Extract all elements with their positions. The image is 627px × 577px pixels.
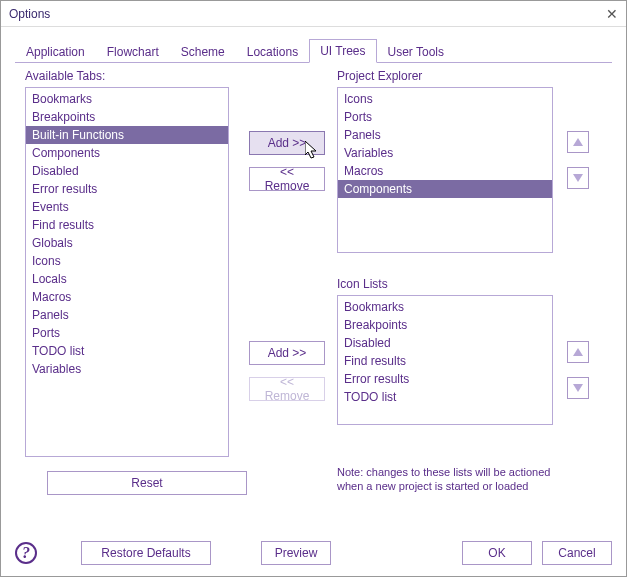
add-to-icon-lists-button[interactable]: Add >> xyxy=(249,341,325,365)
list-item[interactable]: Error results xyxy=(338,370,552,388)
help-icon[interactable]: ? xyxy=(15,542,37,564)
list-item[interactable]: Breakpoints xyxy=(338,316,552,334)
svg-marker-2 xyxy=(573,174,583,182)
list-item[interactable]: Disabled xyxy=(338,334,552,352)
tab-user-tools[interactable]: User Tools xyxy=(377,40,455,63)
list-item[interactable]: Bookmarks xyxy=(26,90,228,108)
triangle-up-icon xyxy=(573,348,583,356)
remove-from-icon-lists-button: << Remove xyxy=(249,377,325,401)
list-item[interactable]: Disabled xyxy=(26,162,228,180)
icon-lists-list[interactable]: BookmarksBreakpointsDisabledFind results… xyxy=(337,295,553,425)
tab-scheme[interactable]: Scheme xyxy=(170,40,236,63)
triangle-up-icon xyxy=(573,138,583,146)
close-icon[interactable]: ✕ xyxy=(606,6,618,22)
reset-button[interactable]: Reset xyxy=(47,471,247,495)
list-item[interactable]: Events xyxy=(26,198,228,216)
titlebar: Options ✕ xyxy=(1,1,626,27)
svg-marker-4 xyxy=(573,384,583,392)
tab-bar: Application Flowchart Scheme Locations U… xyxy=(15,37,612,63)
svg-marker-3 xyxy=(573,348,583,356)
list-item[interactable]: Bookmarks xyxy=(338,298,552,316)
tab-application[interactable]: Application xyxy=(15,40,96,63)
list-item[interactable]: Components xyxy=(26,144,228,162)
list-item[interactable]: Panels xyxy=(338,126,552,144)
note-line2: when a new project is started or loaded xyxy=(337,479,597,493)
tab-flowchart[interactable]: Flowchart xyxy=(96,40,170,63)
window-title: Options xyxy=(9,7,50,21)
options-window: Options ✕ Application Flowchart Scheme L… xyxy=(0,0,627,577)
list-item[interactable]: Find results xyxy=(26,216,228,234)
move-down-il-button[interactable] xyxy=(567,377,589,399)
list-item[interactable]: Panels xyxy=(26,306,228,324)
ok-button[interactable]: OK xyxy=(462,541,532,565)
dialog-footer: ? Restore Defaults Preview OK Cancel xyxy=(1,530,626,576)
list-item[interactable]: Icons xyxy=(26,252,228,270)
list-item[interactable]: Error results xyxy=(26,180,228,198)
triangle-down-icon xyxy=(573,384,583,392)
list-item[interactable]: Ports xyxy=(338,108,552,126)
list-item[interactable]: Built-in Functions xyxy=(26,126,228,144)
list-item[interactable]: Find results xyxy=(338,352,552,370)
list-item[interactable]: Locals xyxy=(26,270,228,288)
move-down-pe-button[interactable] xyxy=(567,167,589,189)
tab-locations[interactable]: Locations xyxy=(236,40,309,63)
available-tabs-list[interactable]: BookmarksBreakpointsBuilt-in FunctionsCo… xyxy=(25,87,229,457)
list-item[interactable]: Ports xyxy=(26,324,228,342)
move-up-pe-button[interactable] xyxy=(567,131,589,153)
icon-lists-label: Icon Lists xyxy=(337,277,388,291)
tab-ui-trees[interactable]: UI Trees xyxy=(309,39,376,63)
triangle-down-icon xyxy=(573,174,583,182)
move-up-il-button[interactable] xyxy=(567,341,589,363)
project-explorer-list[interactable]: IconsPortsPanelsVariablesMacrosComponent… xyxy=(337,87,553,253)
preview-button[interactable]: Preview xyxy=(261,541,331,565)
note-text: Note: changes to these lists will be act… xyxy=(337,465,597,493)
add-to-project-explorer-button[interactable]: Add >> xyxy=(249,131,325,155)
list-item[interactable]: Globals xyxy=(26,234,228,252)
svg-marker-1 xyxy=(573,138,583,146)
list-item[interactable]: Macros xyxy=(338,162,552,180)
list-item[interactable]: Variables xyxy=(26,360,228,378)
list-item[interactable]: TODO list xyxy=(338,388,552,406)
list-item[interactable]: Icons xyxy=(338,90,552,108)
restore-defaults-button[interactable]: Restore Defaults xyxy=(81,541,211,565)
note-line1: Note: changes to these lists will be act… xyxy=(337,465,597,479)
remove-from-project-explorer-button[interactable]: << Remove xyxy=(249,167,325,191)
available-tabs-label: Available Tabs: xyxy=(25,69,105,83)
list-item[interactable]: Components xyxy=(338,180,552,198)
list-item[interactable]: Variables xyxy=(338,144,552,162)
list-item[interactable]: Macros xyxy=(26,288,228,306)
cancel-button[interactable]: Cancel xyxy=(542,541,612,565)
list-item[interactable]: Breakpoints xyxy=(26,108,228,126)
project-explorer-label: Project Explorer xyxy=(337,69,422,83)
list-item[interactable]: TODO list xyxy=(26,342,228,360)
